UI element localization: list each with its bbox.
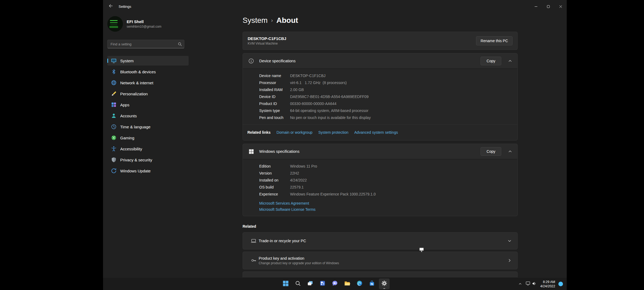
sidebar-item-label: System	[120, 59, 134, 63]
volume-icon	[532, 282, 536, 287]
link-microsoft-services-agreement[interactable]: Microsoft Services Agreement	[259, 200, 513, 206]
link-microsoft-software-license-terms[interactable]: Microsoft Software License Terms	[259, 206, 513, 213]
spec-row: Device nameDESKTOP-C1F1CBJ	[259, 72, 513, 79]
back-button[interactable]	[106, 2, 116, 11]
spec-row: Product ID00330-80000-00000-AA644	[259, 100, 513, 107]
microsoft-store-button[interactable]	[367, 278, 377, 289]
start-button[interactable]	[280, 278, 291, 289]
chevron-up-icon	[508, 150, 512, 153]
spec-row: Processorvirt-6.1 1.72 GHz (8 processors…	[259, 79, 513, 86]
windows-specifications-card: Windows specifications Copy EditionWindo…	[243, 144, 518, 216]
avatar	[107, 16, 123, 32]
apps-grid-icon	[111, 102, 117, 108]
notification-badge[interactable]	[558, 282, 563, 286]
accounts-person-icon	[111, 113, 117, 119]
edge-browser-icon	[356, 280, 363, 288]
spec-row: Installed RAM2.00 GB	[259, 86, 513, 93]
spec-row: ExperienceWindows Feature Experience Pac…	[259, 191, 513, 198]
device-specifications-card: Device specifications Copy Device nameDE…	[243, 53, 518, 140]
time-language-clock-icon	[111, 124, 117, 130]
virtual-machine-screen: Settings EFI Shell semihbrn10@gmail.com	[103, 0, 567, 290]
user-email: semihbrn10@gmail.com	[127, 25, 162, 28]
link-advanced-system-settings[interactable]: Advanced system settings	[354, 130, 398, 135]
spec-row: System type64-bit operating system, ARM-…	[259, 107, 513, 114]
sidebar-item-time-language[interactable]: Time & language	[107, 122, 189, 132]
chevron-right-icon: ›	[271, 17, 273, 23]
minimize-button[interactable]	[530, 0, 542, 13]
maximize-button[interactable]	[542, 0, 554, 13]
sidebar-item-personalization[interactable]: Personalization	[107, 89, 189, 99]
copy-device-specs-button[interactable]: Copy	[481, 57, 501, 65]
widgets-button[interactable]	[317, 278, 328, 289]
file-explorer-button[interactable]	[342, 278, 353, 289]
sidebar-item-apps[interactable]: Apps	[107, 100, 189, 110]
chat-button[interactable]	[330, 278, 340, 289]
privacy-shield-icon	[111, 157, 117, 163]
user-name: EFI Shell	[127, 19, 162, 24]
sidebar-item-accessibility[interactable]: Accessibility	[107, 144, 189, 154]
arrow-left-icon	[109, 4, 113, 9]
windows-logo-icon	[248, 149, 254, 154]
edge-button[interactable]	[354, 278, 365, 289]
page-title: About	[276, 16, 298, 25]
settings-sidebar: EFI Shell semihbrn10@gmail.com System	[103, 13, 193, 277]
tray-time: 8:29 AM	[540, 280, 555, 284]
search-input[interactable]	[107, 40, 184, 48]
sidebar-item-system[interactable]: System	[107, 56, 189, 66]
related-section-label: Related	[243, 224, 518, 229]
sidebar-item-privacy-security[interactable]: Privacy & security	[107, 155, 189, 165]
search-icon	[178, 42, 182, 46]
sidebar-item-label: Windows Update	[120, 169, 151, 173]
sidebar-item-label: Accounts	[120, 114, 137, 118]
device-specifications-header[interactable]: Device specifications Copy	[243, 53, 517, 68]
system-tray: 8:29 AM 4/24/2022	[518, 278, 563, 290]
rename-pc-button[interactable]: Rename this PC	[476, 36, 513, 45]
network-globe-icon	[111, 80, 117, 86]
taskbar-clock[interactable]: 8:29 AM 4/24/2022	[540, 280, 555, 288]
settings-app-button[interactable]	[379, 278, 390, 289]
task-view-icon	[307, 280, 313, 288]
spec-row: Pen and touchNo pen or touch input is av…	[259, 114, 513, 121]
chevron-right-icon	[508, 259, 511, 262]
user-profile[interactable]: EFI Shell semihbrn10@gmail.com	[107, 16, 189, 32]
laptop-icon	[251, 238, 257, 244]
tray-status-icons[interactable]	[525, 281, 537, 287]
windows-start-icon	[282, 280, 289, 288]
remote-desktop-card[interactable]: Remote desktop	[243, 271, 518, 277]
device-specifications-details: Device nameDESKTOP-C1F1CBJ Processorvirt…	[243, 68, 517, 124]
sidebar-item-windows-update[interactable]: Windows Update	[107, 166, 189, 176]
chevron-up-icon	[508, 59, 512, 63]
spec-row: OS build22579.1	[259, 184, 513, 191]
related-links-label: Related links	[247, 130, 270, 135]
bluetooth-icon	[111, 69, 117, 75]
key-icon	[251, 258, 257, 263]
sidebar-item-gaming[interactable]: Gaming	[107, 133, 189, 143]
link-system-protection[interactable]: System protection	[318, 130, 348, 135]
close-button[interactable]	[554, 0, 567, 13]
product-key-activation-card[interactable]: Product key and activation Change produc…	[243, 252, 518, 269]
info-icon	[248, 58, 254, 64]
windows-specifications-header[interactable]: Windows specifications Copy	[243, 144, 517, 159]
device-name: DESKTOP-C1F1CBJ	[248, 36, 286, 41]
sidebar-item-accounts[interactable]: Accounts	[107, 111, 189, 121]
chat-icon	[332, 280, 338, 288]
sidebar-item-network-internet[interactable]: Network & internet	[107, 78, 189, 88]
copy-windows-specs-button[interactable]: Copy	[481, 147, 501, 156]
link-domain-or-workgroup[interactable]: Domain or workgroup	[276, 130, 312, 135]
spec-row: Installed on4/24/2022	[259, 177, 513, 184]
sidebar-item-bluetooth-devices[interactable]: Bluetooth & devices	[107, 67, 189, 77]
gear-icon	[381, 280, 387, 288]
spec-row: Device IDDAE958C7-BE01-4D5B-A554-6A989EE…	[259, 93, 513, 100]
active-indicator	[107, 59, 108, 63]
tray-chevron-up-icon[interactable]	[518, 282, 522, 286]
task-view-button[interactable]	[305, 278, 316, 289]
breadcrumb-system[interactable]: System	[243, 16, 268, 25]
taskbar-search-button[interactable]	[292, 278, 303, 289]
trade-in-recycle-card[interactable]: Trade-in or recycle your PC	[243, 232, 518, 249]
settings-window: Settings EFI Shell semihbrn10@gmail.com	[103, 0, 567, 277]
sidebar-item-label: Personalization	[120, 92, 148, 96]
windows-update-icon	[111, 168, 117, 174]
sidebar-item-label: Network & internet	[120, 81, 153, 85]
device-subtitle: KVM Virtual Machine	[248, 42, 286, 45]
widgets-icon	[319, 280, 326, 288]
